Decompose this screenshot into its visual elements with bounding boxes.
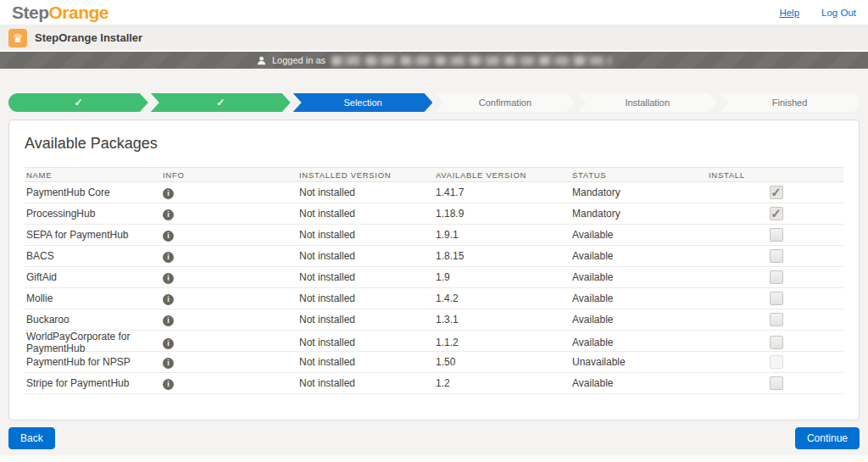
help-link[interactable]: Help <box>779 8 799 18</box>
install-checkbox[interactable] <box>770 376 783 390</box>
logo-step-text: Step <box>12 3 49 22</box>
info-icon[interactable]: i <box>163 188 174 199</box>
installed-version-cell: Not installed <box>298 229 434 241</box>
back-button[interactable]: Back <box>8 427 55 449</box>
installed-version-cell: Not installed <box>298 337 434 348</box>
install-checkbox: ✓ <box>770 207 783 220</box>
install-cell <box>707 355 843 369</box>
info-icon[interactable]: i <box>163 231 174 242</box>
available-version-cell: 1.9 <box>434 271 570 283</box>
column-header-info: Info <box>161 170 298 180</box>
table-row: GiftAid i Not installed 1.9 Available <box>25 267 843 288</box>
table-row: BACS i Not installed 1.8.15 Available <box>25 246 843 267</box>
bottom-strip <box>0 455 868 462</box>
status-cell: Available <box>570 292 707 304</box>
install-checkbox[interactable] <box>770 336 783 349</box>
table-row: WorldPayCorporate for PaymentHub i Not i… <box>25 331 843 352</box>
info-cell: i <box>161 186 298 199</box>
install-checkbox[interactable] <box>770 249 783 263</box>
install-cell <box>707 228 843 242</box>
package-name-cell: PaymentHub Core <box>25 186 161 198</box>
package-name-cell: WorldPayCorporate for PaymentHub <box>25 331 161 354</box>
install-cell: ✓ <box>707 207 843 220</box>
wizard-step-selection: Selection <box>293 93 433 112</box>
install-cell <box>707 336 843 349</box>
status-cell: Available <box>570 377 707 389</box>
status-cell: Mandatory <box>570 186 707 198</box>
package-name-cell: PaymentHub for NPSP <box>25 356 161 368</box>
status-cell: Available <box>570 250 707 262</box>
app-title: StepOrange Installer <box>35 31 142 44</box>
install-cell <box>707 376 843 390</box>
info-icon[interactable]: i <box>163 379 174 390</box>
table-row: Buckaroo i Not installed 1.3.1 Available <box>25 309 843 331</box>
check-icon: ✓ <box>74 97 82 109</box>
info-icon[interactable]: i <box>163 338 174 349</box>
installed-version-cell: Not installed <box>298 208 434 220</box>
info-cell: i <box>161 337 298 349</box>
wizard-step-done-2: ✓ <box>151 93 291 112</box>
install-cell <box>707 313 843 326</box>
continue-button[interactable]: Continue <box>795 427 860 449</box>
status-cell: Available <box>570 314 707 326</box>
column-header-install: Install <box>707 170 843 180</box>
install-checkbox[interactable] <box>770 313 783 326</box>
info-icon[interactable]: i <box>163 315 174 326</box>
column-header-installed-version: Installed Version <box>298 170 434 180</box>
installed-version-cell: Not installed <box>298 250 434 262</box>
logged-in-bar: Logged in as <box>0 52 868 69</box>
available-version-cell: 1.2 <box>434 377 570 389</box>
table-row: PaymentHub for NPSP i Not installed 1.50… <box>25 352 843 373</box>
info-cell: i <box>161 229 298 242</box>
info-icon[interactable]: i <box>163 252 174 263</box>
installed-version-cell: Not installed <box>298 356 434 368</box>
table-row: ProcessingHub i Not installed 1.18.9 Man… <box>25 203 843 225</box>
logo-orange-text: Orange <box>49 3 109 22</box>
top-bar: StepOrange Help Log Out <box>0 0 868 25</box>
available-version-cell: 1.50 <box>434 356 570 368</box>
info-icon[interactable]: i <box>163 209 174 220</box>
install-checkbox[interactable] <box>770 228 783 242</box>
install-checkbox[interactable] <box>770 292 783 305</box>
info-cell: i <box>161 314 298 326</box>
package-name-cell: SEPA for PaymentHub <box>25 229 161 241</box>
column-header-status: Status <box>570 170 707 180</box>
user-icon <box>257 56 266 65</box>
table-header: Name Info Installed Version Available Ve… <box>25 167 843 182</box>
table-body: PaymentHub Core i Not installed 1.41.7 M… <box>25 182 843 394</box>
wizard-step-label: Selection <box>343 97 381 108</box>
available-version-cell: 1.1.2 <box>434 337 570 348</box>
install-checkbox <box>770 355 783 369</box>
status-cell: Available <box>570 271 707 283</box>
logout-link[interactable]: Log Out <box>821 8 856 18</box>
package-name-cell: ProcessingHub <box>25 208 161 220</box>
table-row: Stripe for PaymentHub i Not installed 1.… <box>25 373 843 394</box>
info-cell: i <box>161 208 298 220</box>
installed-version-cell: Not installed <box>298 271 434 283</box>
installed-version-cell: Not installed <box>298 186 434 198</box>
app-title-bar: ♛ StepOrange Installer <box>0 25 868 52</box>
column-header-available-version: Available Version <box>434 170 570 180</box>
wizard-step-finished: Finished <box>720 93 860 112</box>
table-row: Mollie i Not installed 1.4.2 Available <box>25 288 843 309</box>
info-icon[interactable]: i <box>163 273 174 284</box>
table-row: PaymentHub Core i Not installed 1.41.7 M… <box>25 182 843 203</box>
wizard-step-label: Installation <box>625 97 670 108</box>
install-cell <box>707 292 843 305</box>
available-version-cell: 1.9.1 <box>434 229 570 241</box>
info-icon[interactable]: i <box>163 358 174 369</box>
install-checkbox[interactable] <box>770 270 783 284</box>
available-version-cell: 1.18.9 <box>434 208 570 220</box>
info-cell: i <box>161 271 298 284</box>
status-cell: Unavailable <box>570 356 707 368</box>
available-version-cell: 1.4.2 <box>434 292 570 304</box>
info-icon[interactable]: i <box>163 294 174 305</box>
status-cell: Available <box>570 229 707 241</box>
wizard-step-confirmation: Confirmation <box>435 93 575 112</box>
package-name-cell: Buckaroo <box>25 314 161 326</box>
info-cell: i <box>161 377 298 390</box>
wizard-step-installation: Installation <box>577 93 717 112</box>
installed-version-cell: Not installed <box>298 314 434 326</box>
package-name-cell: Mollie <box>25 292 161 304</box>
footer-actions: Back Continue <box>8 427 860 449</box>
